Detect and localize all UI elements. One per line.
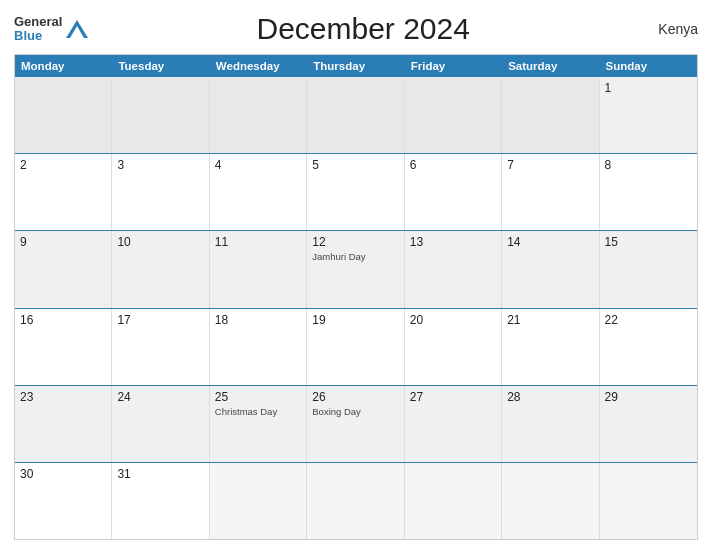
calendar-cell: 19 (307, 309, 404, 385)
calendar-page: General Blue December 2024 Kenya MondayT… (0, 0, 712, 550)
week-row: 2345678 (15, 153, 697, 230)
calendar-cell: 2 (15, 154, 112, 230)
logo: General Blue (14, 15, 88, 44)
calendar-cell (112, 77, 209, 153)
cell-date: 11 (215, 235, 301, 249)
calendar-cell (210, 77, 307, 153)
cell-date: 9 (20, 235, 106, 249)
cell-date: 26 (312, 390, 398, 404)
calendar-cell: 29 (600, 386, 697, 462)
day-header-monday: Monday (15, 55, 112, 77)
cell-date: 8 (605, 158, 692, 172)
cell-date: 20 (410, 313, 496, 327)
calendar-cell: 6 (405, 154, 502, 230)
calendar-cell: 31 (112, 463, 209, 539)
calendar-cell: 26Boxing Day (307, 386, 404, 462)
calendar-title: December 2024 (88, 12, 638, 46)
cell-date: 25 (215, 390, 301, 404)
cell-date: 30 (20, 467, 106, 481)
day-header-saturday: Saturday (502, 55, 599, 77)
weeks: 123456789101112Jamhuri Day13141516171819… (15, 77, 697, 539)
day-header-thursday: Thursday (307, 55, 404, 77)
calendar-cell (405, 463, 502, 539)
cell-date: 31 (117, 467, 203, 481)
calendar-cell: 11 (210, 231, 307, 307)
week-row: 232425Christmas Day26Boxing Day272829 (15, 385, 697, 462)
calendar-cell: 17 (112, 309, 209, 385)
calendar-cell (405, 77, 502, 153)
day-header-friday: Friday (405, 55, 502, 77)
calendar-cell: 13 (405, 231, 502, 307)
cell-date: 14 (507, 235, 593, 249)
calendar-cell: 23 (15, 386, 112, 462)
cell-event: Boxing Day (312, 406, 398, 417)
cell-date: 16 (20, 313, 106, 327)
calendar-cell: 1 (600, 77, 697, 153)
calendar-cell: 27 (405, 386, 502, 462)
cell-date: 28 (507, 390, 593, 404)
logo-text-general: General (14, 15, 62, 29)
cell-date: 29 (605, 390, 692, 404)
calendar-cell (15, 77, 112, 153)
calendar-cell (307, 77, 404, 153)
cell-date: 4 (215, 158, 301, 172)
calendar-cell: 21 (502, 309, 599, 385)
cell-date: 17 (117, 313, 203, 327)
cell-date: 22 (605, 313, 692, 327)
day-header-tuesday: Tuesday (112, 55, 209, 77)
calendar-cell: 18 (210, 309, 307, 385)
cell-event: Jamhuri Day (312, 251, 398, 262)
calendar-cell: 10 (112, 231, 209, 307)
header: General Blue December 2024 Kenya (14, 12, 698, 46)
cell-event: Christmas Day (215, 406, 301, 417)
day-headers: MondayTuesdayWednesdayThursdayFridaySatu… (15, 55, 697, 77)
cell-date: 1 (605, 81, 692, 95)
calendar-cell: 25Christmas Day (210, 386, 307, 462)
cell-date: 3 (117, 158, 203, 172)
logo-icon (66, 18, 88, 40)
cell-date: 12 (312, 235, 398, 249)
cell-date: 10 (117, 235, 203, 249)
cell-date: 6 (410, 158, 496, 172)
country-label: Kenya (638, 21, 698, 37)
cell-date: 18 (215, 313, 301, 327)
calendar-cell (600, 463, 697, 539)
calendar-cell: 28 (502, 386, 599, 462)
calendar-cell: 30 (15, 463, 112, 539)
week-row: 9101112Jamhuri Day131415 (15, 230, 697, 307)
cell-date: 23 (20, 390, 106, 404)
calendar-cell: 9 (15, 231, 112, 307)
logo-text-blue: Blue (14, 29, 42, 43)
cell-date: 15 (605, 235, 692, 249)
cell-date: 19 (312, 313, 398, 327)
calendar-cell (502, 463, 599, 539)
calendar-cell: 12Jamhuri Day (307, 231, 404, 307)
week-row: 1 (15, 77, 697, 153)
calendar-cell: 5 (307, 154, 404, 230)
cell-date: 27 (410, 390, 496, 404)
day-header-wednesday: Wednesday (210, 55, 307, 77)
cell-date: 24 (117, 390, 203, 404)
cell-date: 7 (507, 158, 593, 172)
day-header-sunday: Sunday (600, 55, 697, 77)
calendar-cell (210, 463, 307, 539)
calendar-cell: 16 (15, 309, 112, 385)
cell-date: 13 (410, 235, 496, 249)
calendar-cell: 4 (210, 154, 307, 230)
cell-date: 21 (507, 313, 593, 327)
calendar-cell: 3 (112, 154, 209, 230)
calendar-grid: MondayTuesdayWednesdayThursdayFridaySatu… (14, 54, 698, 540)
calendar-cell (502, 77, 599, 153)
calendar-cell: 15 (600, 231, 697, 307)
calendar-cell: 22 (600, 309, 697, 385)
week-row: 3031 (15, 462, 697, 539)
calendar-cell: 7 (502, 154, 599, 230)
calendar-cell: 24 (112, 386, 209, 462)
week-row: 16171819202122 (15, 308, 697, 385)
cell-date: 5 (312, 158, 398, 172)
calendar-cell: 14 (502, 231, 599, 307)
cell-date: 2 (20, 158, 106, 172)
calendar-cell: 20 (405, 309, 502, 385)
calendar-cell: 8 (600, 154, 697, 230)
calendar-cell (307, 463, 404, 539)
